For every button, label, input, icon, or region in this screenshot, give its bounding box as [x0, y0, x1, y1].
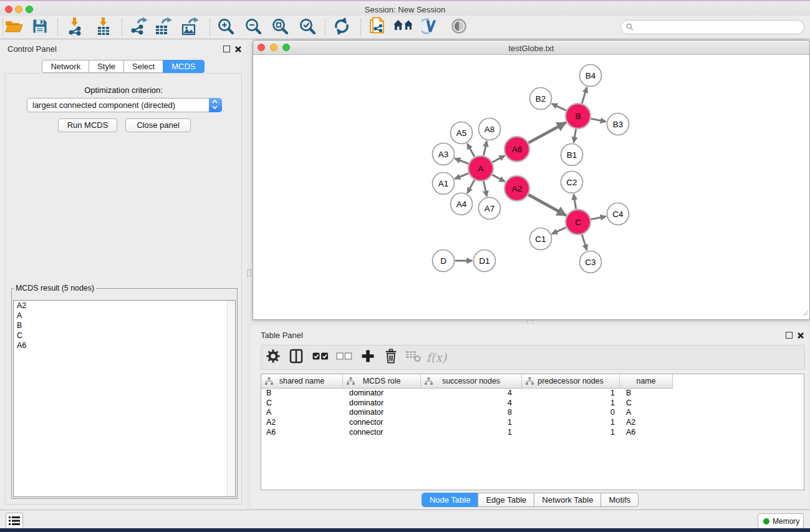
graph-node-A2[interactable]: A2	[504, 176, 529, 201]
graph-node-A8[interactable]: A8	[479, 118, 501, 140]
first-neighbors-icon[interactable]	[393, 18, 414, 37]
tab-motifs[interactable]: Motifs	[600, 493, 639, 507]
graph-edge[interactable]	[455, 158, 468, 164]
refresh-layout-icon[interactable]	[334, 17, 350, 37]
new-network-from-selection-icon[interactable]	[369, 17, 386, 38]
mcds-result-item[interactable]: A	[14, 311, 235, 321]
vizmapper-icon[interactable]	[422, 17, 440, 37]
table-row[interactable]: A6connector11A6	[261, 428, 804, 438]
graph-node-C4[interactable]: C4	[607, 203, 629, 225]
graph-edge[interactable]	[591, 118, 606, 122]
show-graphics-details-icon[interactable]	[450, 17, 468, 37]
graph-node-A[interactable]: A	[468, 156, 493, 181]
graph-node-B[interactable]: B	[566, 104, 591, 128]
table-row[interactable]: Bdominator41B	[261, 389, 804, 399]
graph-edge[interactable]	[467, 143, 475, 157]
zoom-out-icon[interactable]	[244, 17, 262, 37]
task-history-button[interactable]	[6, 513, 23, 529]
float-panel-icon[interactable]	[786, 332, 793, 339]
show-columns-icon[interactable]	[289, 349, 304, 366]
table-row[interactable]: Cdominator41C	[261, 399, 804, 409]
scrollbar-track[interactable]	[227, 301, 235, 496]
graph-edge[interactable]	[552, 228, 566, 234]
select-all-rows-icon[interactable]	[312, 352, 329, 363]
window-resize-grip[interactable]	[801, 307, 809, 319]
graph-edge[interactable]	[455, 173, 468, 179]
graph-node-A6[interactable]: A6	[504, 137, 529, 162]
graph-node-A1[interactable]: A1	[433, 173, 455, 195]
zoom-in-icon[interactable]	[217, 17, 234, 37]
memory-button[interactable]: Memory	[758, 513, 804, 529]
delete-columns-icon[interactable]	[384, 349, 398, 366]
network-graph[interactable]: B4B2BB3A8A5A6A3B1AC2A1A2A4A7C4CC1C3DD1	[253, 56, 809, 320]
tab-mcds[interactable]: MCDS	[163, 60, 204, 73]
network-window-titlebar[interactable]: testGlobe.txt	[253, 41, 809, 55]
tab-select[interactable]: Select	[123, 60, 163, 73]
tab-network[interactable]: Network	[42, 60, 89, 73]
table-row[interactable]: A2connector11A2	[261, 418, 804, 428]
tab-style[interactable]: Style	[89, 60, 124, 73]
export-network-icon[interactable]	[129, 17, 148, 38]
import-table-icon[interactable]	[95, 17, 112, 38]
graph-node-A7[interactable]: A7	[479, 198, 501, 220]
close-panel-icon[interactable]	[797, 331, 804, 342]
graph-node-B1[interactable]: B1	[561, 144, 583, 166]
mcds-result-item[interactable]: C	[14, 331, 235, 341]
save-session-icon[interactable]	[32, 18, 48, 36]
export-image-icon[interactable]	[180, 17, 199, 38]
graph-node-A4[interactable]: A4	[451, 193, 473, 215]
column-header[interactable]: shared name	[261, 374, 343, 388]
column-header[interactable]: predecessor nodes	[522, 374, 620, 388]
zoom-selected-icon[interactable]	[299, 17, 316, 37]
mcds-result-item[interactable]: A6	[14, 341, 235, 351]
graph-edge[interactable]	[484, 141, 487, 155]
column-header[interactable]: MCDS role	[343, 374, 421, 388]
graph-edge[interactable]	[528, 195, 566, 215]
graph-node-D[interactable]: D	[433, 250, 455, 272]
table-settings-icon[interactable]	[266, 349, 280, 365]
deselect-all-rows-icon[interactable]	[336, 352, 352, 363]
column-header[interactable]: name	[620, 374, 673, 388]
graph-edge[interactable]	[582, 235, 587, 250]
graph-edge[interactable]	[528, 122, 566, 143]
graph-node-C3[interactable]: C3	[580, 251, 602, 273]
graph-node-C2[interactable]: C2	[561, 172, 583, 193]
graph-node-B2[interactable]: B2	[530, 88, 552, 110]
graph-edge[interactable]	[483, 181, 486, 196]
splitter-grip[interactable]	[247, 269, 251, 277]
close-panel-icon[interactable]	[234, 44, 242, 56]
close-panel-button[interactable]: Close panel	[125, 118, 191, 132]
graph-edge[interactable]	[574, 129, 576, 143]
tab-network-table[interactable]: Network Table	[534, 493, 601, 507]
export-table-icon[interactable]	[153, 17, 172, 38]
graph-node-D1[interactable]: D1	[474, 250, 496, 272]
function-builder-icon[interactable]: f(x)	[427, 351, 447, 364]
column-header[interactable]: successor nodes	[421, 374, 522, 388]
run-mcds-button[interactable]: Run MCDS	[58, 118, 117, 132]
search-input[interactable]	[620, 20, 804, 34]
tab-edge-table[interactable]: Edge Table	[478, 493, 534, 507]
table-row[interactable]: Adominator80A	[261, 408, 804, 418]
mcds-result-item[interactable]: A2	[14, 301, 235, 311]
mcds-result-item[interactable]: B	[14, 321, 235, 331]
graph-edge[interactable]	[492, 175, 504, 181]
graph-node-B4[interactable]: B4	[580, 65, 602, 87]
graph-node-B3[interactable]: B3	[607, 114, 629, 135]
graph-node-C[interactable]: C	[566, 210, 591, 235]
mcds-result-list[interactable]: A2ABCA6	[13, 300, 236, 497]
graph-edge[interactable]	[582, 87, 587, 104]
graph-edge[interactable]	[552, 104, 566, 110]
zoom-fit-icon[interactable]	[271, 17, 289, 37]
criterion-select[interactable]: largest connected component (directed)	[27, 98, 222, 112]
add-column-icon[interactable]	[361, 349, 375, 365]
graph-edge[interactable]	[493, 155, 505, 162]
graph-node-C1[interactable]: C1	[530, 228, 552, 250]
float-panel-icon[interactable]	[223, 46, 230, 52]
import-network-icon[interactable]	[66, 17, 84, 38]
tab-node-table[interactable]: Node Table	[422, 493, 479, 507]
graph-edge[interactable]	[467, 180, 475, 193]
delete-table-icon[interactable]	[405, 349, 422, 365]
graph-edge[interactable]	[591, 216, 606, 220]
graph-node-A5[interactable]: A5	[451, 122, 473, 144]
graph-edge[interactable]	[574, 194, 576, 209]
